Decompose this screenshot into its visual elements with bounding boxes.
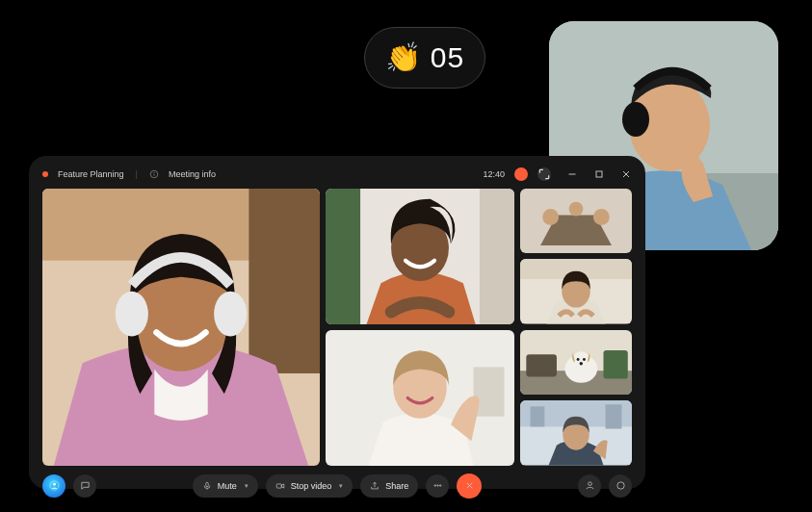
title-divider: | <box>136 169 138 179</box>
close-button[interactable] <box>620 168 632 180</box>
svg-rect-49 <box>276 484 281 488</box>
svg-point-39 <box>580 362 583 365</box>
chat-button[interactable] <box>73 474 96 498</box>
clap-emoji-icon: 👏 <box>385 43 421 72</box>
mute-button[interactable]: Mute ▾ <box>193 474 258 498</box>
chat-icon <box>80 480 91 491</box>
svg-point-47 <box>53 483 56 486</box>
participant-tile[interactable] <box>520 330 632 395</box>
share-button[interactable]: Share <box>360 474 418 498</box>
mic-icon <box>202 481 212 491</box>
svg-point-51 <box>437 485 438 486</box>
svg-rect-40 <box>603 350 627 379</box>
stop-video-button[interactable]: Stop video ▾ <box>266 474 354 498</box>
svg-rect-34 <box>526 354 557 376</box>
maximize-button[interactable] <box>593 168 605 180</box>
participant-tile[interactable] <box>520 259 632 323</box>
video-icon <box>275 481 285 491</box>
svg-point-36 <box>572 351 590 370</box>
svg-rect-18 <box>326 189 360 324</box>
layout-toggle-button[interactable] <box>537 167 551 181</box>
svg-point-3 <box>622 102 649 137</box>
apps-button[interactable] <box>609 474 632 498</box>
svg-rect-43 <box>531 407 545 427</box>
more-icon <box>432 480 443 491</box>
info-icon[interactable] <box>149 169 159 179</box>
participant-tile[interactable] <box>520 400 632 465</box>
people-icon <box>585 480 595 491</box>
reaction-count: 05 <box>431 41 464 74</box>
recording-indicator-icon[interactable] <box>514 167 528 181</box>
chevron-down-icon[interactable]: ▾ <box>245 482 249 490</box>
svg-point-56 <box>616 482 623 489</box>
svg-rect-44 <box>606 405 622 429</box>
participant-tile[interactable] <box>326 189 514 324</box>
more-button[interactable] <box>426 474 449 498</box>
participants-button[interactable] <box>578 474 601 498</box>
svg-rect-8 <box>596 171 602 177</box>
svg-point-26 <box>542 209 559 225</box>
svg-point-37 <box>577 358 580 361</box>
reaction-counter: 👏 05 <box>364 27 485 89</box>
record-dot-icon <box>42 171 48 177</box>
control-bar: Mute ▾ Stop video ▾ Share <box>42 474 632 499</box>
mute-label: Mute <box>218 481 237 491</box>
svg-point-16 <box>214 292 247 337</box>
share-label: Share <box>385 481 408 491</box>
meeting-window: Feature Planning | Meeting info 12:40 <box>29 156 645 489</box>
svg-rect-13 <box>249 189 320 373</box>
minimize-button[interactable] <box>566 168 578 180</box>
video-grid <box>42 189 632 466</box>
chevron-down-icon[interactable]: ▾ <box>339 482 343 490</box>
svg-point-52 <box>439 485 440 486</box>
main-speaker-tile[interactable] <box>42 189 320 466</box>
panel-icon <box>616 480 626 491</box>
svg-point-27 <box>593 209 610 225</box>
stop-video-label: Stop video <box>291 481 332 491</box>
svg-point-50 <box>434 485 435 486</box>
svg-point-28 <box>569 202 584 217</box>
meeting-title: Feature Planning <box>58 169 124 179</box>
share-icon <box>370 481 380 491</box>
svg-point-55 <box>588 482 591 486</box>
window-titlebar: Feature Planning | Meeting info 12:40 <box>42 167 632 181</box>
participant-tile[interactable] <box>520 189 632 253</box>
svg-point-15 <box>116 292 148 337</box>
participant-tile[interactable] <box>326 330 514 466</box>
leave-button[interactable] <box>457 474 482 499</box>
svg-point-38 <box>583 358 586 361</box>
self-avatar-button[interactable] <box>42 474 65 498</box>
svg-rect-19 <box>480 189 514 324</box>
close-icon <box>464 480 475 491</box>
meeting-clock: 12:40 <box>483 169 505 179</box>
meeting-info-label[interactable]: Meeting info <box>169 169 216 179</box>
svg-rect-48 <box>205 482 208 487</box>
